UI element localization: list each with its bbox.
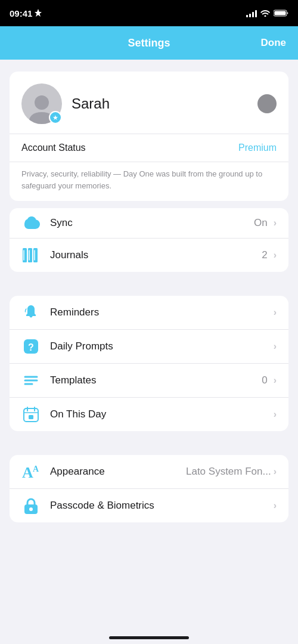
on-this-day-icon-container (21, 406, 41, 423)
nav-bar: Settings Done (0, 26, 298, 60)
daily-prompts-label: Daily Prompts (50, 340, 264, 352)
status-bar: 09:41 (0, 0, 298, 26)
svg-point-22 (29, 507, 33, 511)
appearance-value: Lato System Fon... (186, 466, 271, 478)
content: ★ Sarah Account Status Premium Privacy, … (0, 60, 298, 541)
done-button[interactable]: Done (261, 37, 287, 49)
daily-prompts-row[interactable]: ? Daily Prompts › (10, 330, 288, 364)
on-this-day-row[interactable]: On This Day › (10, 398, 288, 431)
features-card: Reminders › ? Daily Prompts › (10, 296, 288, 431)
section-gap-1 (10, 279, 288, 296)
avatar-container: ★ (21, 83, 62, 124)
svg-point-2 (35, 95, 49, 110)
svg-rect-5 (33, 248, 38, 262)
reminders-icon-container (21, 304, 41, 321)
sync-value: On (254, 217, 268, 229)
appearance-icon-container: A A (21, 463, 41, 480)
passcode-icon (24, 497, 38, 514)
journals-chevron: › (274, 250, 277, 261)
appearance-label: Appearance (50, 466, 176, 478)
appearance-icon: A A (22, 463, 40, 480)
svg-text:A: A (22, 464, 33, 480)
templates-chevron: › (274, 375, 277, 386)
wifi-icon (260, 10, 270, 17)
section-gap-2 (10, 438, 288, 455)
reminders-right: › (274, 307, 277, 318)
privacy-text: Privacy, security, reliability — Day One… (10, 162, 288, 201)
daily-prompts-icon: ? (23, 338, 39, 355)
sync-icon-container (21, 216, 41, 230)
svg-rect-18 (29, 415, 33, 419)
account-status-label: Account Status (21, 143, 86, 153)
profile-name: Sarah (72, 95, 248, 112)
journals-value: 2 (262, 249, 267, 261)
passcode-right: › (274, 500, 277, 511)
sync-icon (22, 216, 40, 230)
reminders-chevron: › (274, 307, 277, 318)
templates-label: Templates (50, 374, 252, 386)
signal-bar-2 (249, 14, 251, 17)
reminders-icon (23, 304, 39, 321)
daily-prompts-right: › (274, 341, 277, 352)
appearance-row[interactable]: A A Appearance Lato System Fon... › (10, 455, 288, 489)
templates-icon-container (21, 372, 41, 389)
on-this-day-right: › (274, 409, 277, 420)
journals-label: Journals (50, 249, 252, 261)
on-this-day-icon (23, 406, 39, 423)
badge-star-icon: ★ (52, 114, 58, 121)
daily-prompts-chevron: › (274, 341, 277, 352)
journals-icon-container (21, 247, 41, 264)
svg-text:A: A (33, 465, 39, 473)
reminders-row[interactable]: Reminders › (10, 296, 288, 330)
on-this-day-chevron: › (274, 409, 277, 420)
signal-bars (246, 9, 257, 17)
battery-icon (274, 10, 288, 17)
signal-bar-1 (246, 15, 248, 17)
signal-bar-3 (252, 12, 254, 17)
passcode-chevron: › (274, 500, 277, 511)
on-this-day-label: On This Day (50, 408, 264, 420)
appearance-right: Lato System Fon... › (186, 466, 277, 478)
signal-bar-4 (255, 10, 257, 17)
templates-row[interactable]: Templates 0 › (10, 364, 288, 398)
status-left: 09:41 (10, 8, 42, 18)
daily-prompts-icon-container: ? (21, 338, 41, 355)
account-status-value: Premium (238, 143, 277, 153)
profile-card: ★ Sarah Account Status Premium Privacy, … (10, 72, 288, 201)
journals-icon (23, 247, 39, 264)
templates-icon (23, 372, 39, 389)
sync-label: Sync (50, 217, 244, 229)
account-status-row[interactable]: Account Status Premium (10, 134, 288, 162)
svg-rect-1 (275, 11, 286, 16)
passcode-row[interactable]: Passcode & Biometrics › (10, 489, 288, 522)
reminders-label: Reminders (50, 306, 264, 318)
journals-row[interactable]: Journals 2 › (10, 239, 288, 272)
sync-right: On › (254, 217, 277, 229)
status-right (246, 9, 288, 17)
time: 09:41 (10, 8, 32, 18)
passcode-icon-container (21, 497, 41, 514)
templates-right: 0 › (262, 374, 277, 386)
location-icon (35, 9, 42, 17)
svg-rect-4 (28, 248, 32, 262)
passcode-label: Passcode & Biometrics (50, 500, 264, 512)
appearance-card: A A Appearance Lato System Fon... › Pass… (10, 455, 288, 522)
appearance-chevron: › (274, 466, 277, 477)
profile-dot (257, 94, 277, 113)
avatar-badge: ★ (49, 111, 62, 124)
profile-section: ★ Sarah (10, 72, 288, 134)
svg-text:?: ? (28, 342, 34, 352)
sync-journals-card: Sync On › Journals 2 (10, 208, 288, 272)
templates-value: 0 (262, 374, 267, 386)
nav-title: Settings (128, 37, 170, 49)
svg-rect-3 (23, 248, 27, 262)
journals-right: 2 › (262, 249, 277, 261)
sync-chevron: › (274, 218, 277, 228)
home-bar (109, 636, 189, 639)
sync-row[interactable]: Sync On › (10, 208, 288, 239)
